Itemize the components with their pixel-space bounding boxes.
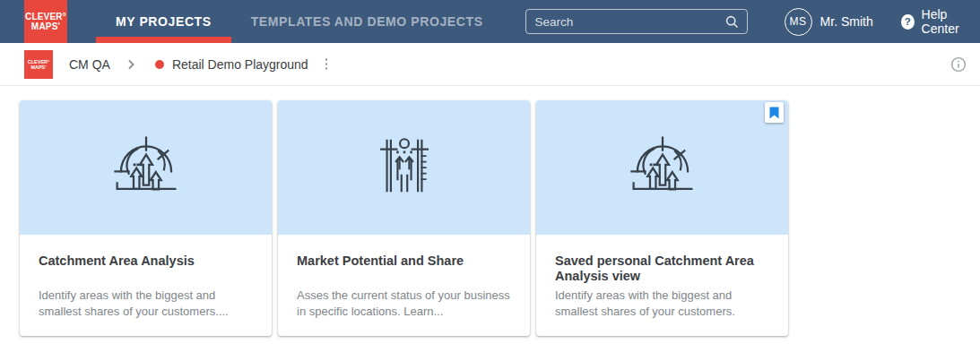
project-status-dot xyxy=(155,60,164,69)
card-description: Identify areas with the biggest and smal… xyxy=(39,288,254,319)
logo-small-line2: MAPS' xyxy=(30,64,46,70)
card-text-area: Saved personal Catchment Area Analysis v… xyxy=(536,235,788,319)
bookmark-icon xyxy=(769,107,779,119)
card-saved-personal-catchment-view[interactable]: Saved personal Catchment Area Analysis v… xyxy=(536,100,788,336)
clevermaps-logo[interactable]: CLEVER° MAPS' xyxy=(24,0,67,43)
username: Mr. Smith xyxy=(820,14,873,29)
help-icon-glyph: ? xyxy=(905,16,911,27)
help-icon: ? xyxy=(901,14,915,30)
catchment-area-icon xyxy=(626,129,699,206)
help-center-label: Help Center xyxy=(922,7,980,36)
card-title: Market Potential and Share xyxy=(297,254,512,288)
tab-templates-demo-projects-label: TEMPLATES AND DEMO PROJECTS xyxy=(251,14,483,29)
card-text-area: Catchment Area Analysis Identify areas w… xyxy=(20,235,272,319)
chevron-right-icon xyxy=(126,58,136,71)
tab-my-projects[interactable]: MY PROJECTS xyxy=(96,0,231,43)
bookmark-badge[interactable] xyxy=(765,102,784,123)
more-options-icon[interactable] xyxy=(320,55,334,74)
card-title: Catchment Area Analysis xyxy=(39,254,254,288)
info-icon[interactable] xyxy=(950,56,967,73)
card-catchment-area-analysis[interactable]: Catchment Area Analysis Identify areas w… xyxy=(20,100,272,336)
avatar[interactable]: MS xyxy=(785,8,812,36)
card-thumbnail xyxy=(278,100,530,235)
clevermaps-logo-small[interactable]: CLEVER° MAPS' xyxy=(24,50,53,79)
top-navigation-bar: CLEVER° MAPS' MY PROJECTS TEMPLATES AND … xyxy=(0,0,980,43)
breadcrumb-view[interactable]: Retail Demo Playground xyxy=(172,57,308,72)
card-text-area: Market Potential and Share Asses the cur… xyxy=(278,235,530,319)
user-menu[interactable]: MS Mr. Smith xyxy=(785,8,873,36)
card-market-potential-and-share[interactable]: Market Potential and Share Asses the cur… xyxy=(278,100,530,336)
tab-templates-demo-projects[interactable]: TEMPLATES AND DEMO PROJECTS xyxy=(233,0,501,43)
search-input[interactable] xyxy=(535,15,724,29)
help-center-button[interactable]: ? Help Center xyxy=(901,7,980,36)
search-icon[interactable] xyxy=(724,14,740,30)
search-box[interactable] xyxy=(525,9,748,34)
card-description: Asses the current status of your busines… xyxy=(297,288,512,319)
catchment-area-icon xyxy=(109,129,183,206)
card-thumbnail xyxy=(536,100,788,235)
project-cards-area: Catchment Area Analysis Identify areas w… xyxy=(0,86,980,336)
breadcrumb-project[interactable]: CM QA xyxy=(69,57,110,72)
avatar-initials: MS xyxy=(790,15,807,28)
card-title: Saved personal Catchment Area Analysis v… xyxy=(555,254,770,288)
logo-line2: MAPS' xyxy=(31,21,60,31)
card-thumbnail xyxy=(20,100,272,235)
tab-my-projects-label: MY PROJECTS xyxy=(116,14,212,29)
card-description: Identify areas with the biggest and smal… xyxy=(555,288,770,319)
market-potential-icon xyxy=(368,129,441,206)
logo-line1: CLEVER° xyxy=(25,12,66,21)
breadcrumb: CLEVER° MAPS' CM QA Retail Demo Playgrou… xyxy=(0,43,980,86)
